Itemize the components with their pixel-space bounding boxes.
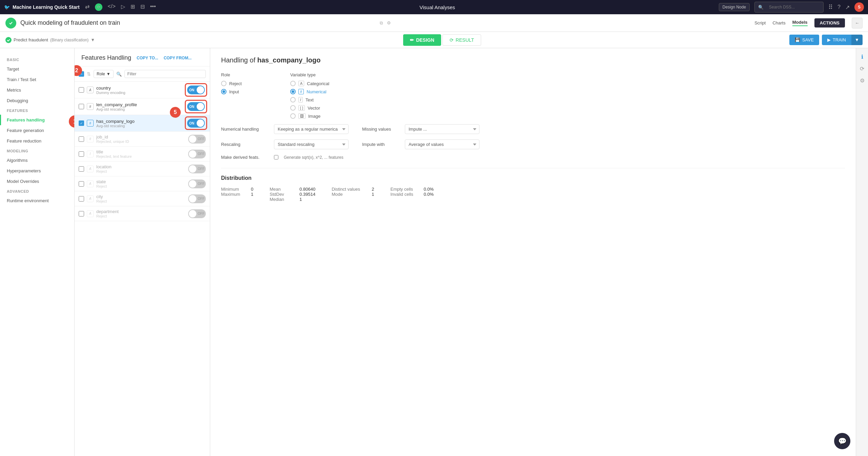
avatar[interactable]: S <box>854 2 864 12</box>
feature-checkbox-has-logo[interactable]: ✓ <box>79 120 84 126</box>
copy-from-button[interactable]: COPY FROM... <box>164 56 192 60</box>
search-input[interactable] <box>766 3 820 11</box>
predict-label[interactable]: Predict fraudulent <box>14 37 48 42</box>
grid2-icon[interactable]: ⊟ <box>140 3 145 11</box>
feature-checkbox-country[interactable] <box>79 87 84 93</box>
sidebar-item-feature-generation[interactable]: Feature generation <box>0 125 74 136</box>
sidebar-item-debugging[interactable]: Debugging <box>0 95 74 106</box>
circle-icon[interactable]: ⟳ <box>95 3 102 11</box>
design-node-button[interactable]: Design Node <box>719 3 750 11</box>
toggle-title[interactable]: OFF <box>188 150 206 158</box>
vtype-vector-radio[interactable] <box>290 105 296 111</box>
minimum-row: Minimum 0 <box>221 187 253 192</box>
help-icon[interactable]: ? <box>837 4 841 10</box>
feature-item-has-logo[interactable]: ✓ # has_company_logo Avg-std rescaling 5 <box>75 115 210 132</box>
share-icon[interactable]: ⇄ <box>85 3 90 11</box>
rescaling-select[interactable]: Standard rescaling <box>274 139 349 149</box>
sidebar-item-model-overrides[interactable]: Model Overrides <box>0 176 74 187</box>
feature-item-country[interactable]: A country Dummy encoding ON <box>75 82 210 98</box>
toggle-department[interactable]: OFF <box>188 209 206 218</box>
minimum-label: Minimum <box>221 187 248 192</box>
vtype-numerical-icon: # <box>298 89 304 94</box>
role-input-radio[interactable] <box>221 89 226 94</box>
sidebar-item-features-handling[interactable]: Features handling <box>0 115 74 125</box>
copy-to-button[interactable]: COPY TO... <box>137 56 158 60</box>
feature-checkbox-city[interactable] <box>79 196 84 202</box>
more-icon[interactable]: ••• <box>150 3 156 11</box>
toggle-has-logo[interactable]: ON <box>187 119 205 128</box>
role-reject-radio[interactable] <box>221 81 226 86</box>
sidebar-item-target[interactable]: Target <box>0 64 74 74</box>
grid3-icon[interactable]: ⠿ <box>828 3 833 11</box>
feature-item-len-company[interactable]: # len_company_profile Avg-std rescaling … <box>75 98 210 115</box>
sidebar-item-train-test[interactable]: Train / Test Set <box>0 74 74 85</box>
feature-type-department: A <box>87 210 94 217</box>
toggle-job-id[interactable]: OFF <box>188 135 206 144</box>
feature-checkbox-location[interactable] <box>79 166 84 172</box>
feature-item-city[interactable]: A city Reject OFF <box>75 191 210 206</box>
sidebar-item-feature-reduction[interactable]: Feature reduction <box>0 136 74 146</box>
search-bar[interactable]: 🔍 <box>754 2 824 13</box>
design-button[interactable]: ✏ DESIGN <box>403 34 441 46</box>
feature-filter-input[interactable] <box>124 70 206 78</box>
predict-dropdown-icon[interactable]: ▼ <box>91 37 95 42</box>
vtype-vector[interactable]: [ ] Vector <box>290 105 845 111</box>
charts-link[interactable]: Charts <box>772 20 785 25</box>
feature-item-state[interactable]: A state Reject OFF <box>75 176 210 191</box>
role-sort-button[interactable]: Role ▼ <box>94 70 114 78</box>
role-input-option[interactable]: Input <box>221 89 282 94</box>
make-derived-checkbox[interactable] <box>274 155 278 159</box>
feature-item-department[interactable]: A department Reject OFF <box>75 206 210 221</box>
all-checkbox-container: 2 − <box>79 71 84 77</box>
vtype-numerical[interactable]: # Numerical <box>290 89 845 94</box>
play-icon[interactable]: ▷ <box>121 3 125 11</box>
vtype-text[interactable]: I Text <box>290 97 845 102</box>
vtype-categorical[interactable]: A Categorical <box>290 81 845 86</box>
settings2-icon[interactable]: ⚙ <box>860 77 865 84</box>
save-button[interactable]: 💾 SAVE <box>789 35 819 45</box>
sidebar-item-hyperparameters[interactable]: Hyperparameters <box>0 166 74 176</box>
actions-button[interactable]: ACTIONS <box>814 18 845 27</box>
toggle-state[interactable]: OFF <box>188 179 206 188</box>
sidebar-item-algorithms[interactable]: Algorithms <box>0 155 74 166</box>
sidebar-item-runtime[interactable]: Runtime environment <box>0 195 74 206</box>
vtype-text-radio[interactable] <box>290 97 296 102</box>
feature-item-title[interactable]: I title Rejected, text feature OFF <box>75 147 210 162</box>
toggle-city[interactable]: OFF <box>188 194 206 203</box>
feature-checkbox-department[interactable] <box>79 211 84 216</box>
arrow-icon[interactable]: ↗ <box>845 4 850 11</box>
feature-item-location[interactable]: A location Reject OFF <box>75 162 210 176</box>
train-dropdown-button[interactable]: ▼ <box>851 35 863 45</box>
result-button[interactable]: ⟳ RESULT <box>442 34 481 46</box>
feature-checkbox-job-id[interactable] <box>79 136 84 142</box>
feature-checkbox-len-company[interactable] <box>79 104 84 109</box>
toggle-country[interactable]: ON <box>187 86 205 94</box>
vtype-categorical-radio[interactable] <box>290 81 296 86</box>
feature-checkbox-title[interactable] <box>79 151 84 157</box>
models-link[interactable]: Models <box>792 20 808 26</box>
vtype-image[interactable]: 🖼 Image <box>290 113 845 119</box>
toggle-len-company[interactable]: ON <box>187 102 205 111</box>
toggle-location[interactable]: OFF <box>188 165 206 173</box>
feature-sub-department: Reject <box>96 214 185 218</box>
info-icon[interactable]: ℹ <box>861 54 863 60</box>
sidebar-item-metrics[interactable]: Metrics <box>0 85 74 95</box>
train-button[interactable]: ▶ TRAIN <box>822 35 851 45</box>
feature-item-job-id[interactable]: # job_id Rejected, unique ID OFF <box>75 132 210 147</box>
chat-button[interactable]: 💬 <box>834 433 850 449</box>
collapse-button[interactable]: ← <box>852 18 863 28</box>
settings-icon[interactable]: ⚙ <box>387 20 391 25</box>
role-reject-option[interactable]: Reject <box>221 81 282 86</box>
vtype-image-radio[interactable] <box>290 113 296 119</box>
result-btn-label: RESULT <box>456 37 474 43</box>
impute-with-select[interactable]: Average of values <box>405 139 479 149</box>
vtype-numerical-radio[interactable] <box>290 89 296 94</box>
feature-checkbox-state[interactable] <box>79 181 84 187</box>
grid-icon[interactable]: ⊞ <box>131 3 135 11</box>
script-link[interactable]: Script <box>754 20 766 25</box>
code-icon[interactable]: </> <box>108 3 116 11</box>
feature-info-title: title Rejected, text feature <box>96 149 185 158</box>
numerical-handling-select[interactable]: Keeping as a regular numerica <box>274 124 349 134</box>
sync-icon[interactable]: ⟳ <box>860 65 864 72</box>
missing-values-select[interactable]: Impute ... <box>405 124 479 134</box>
